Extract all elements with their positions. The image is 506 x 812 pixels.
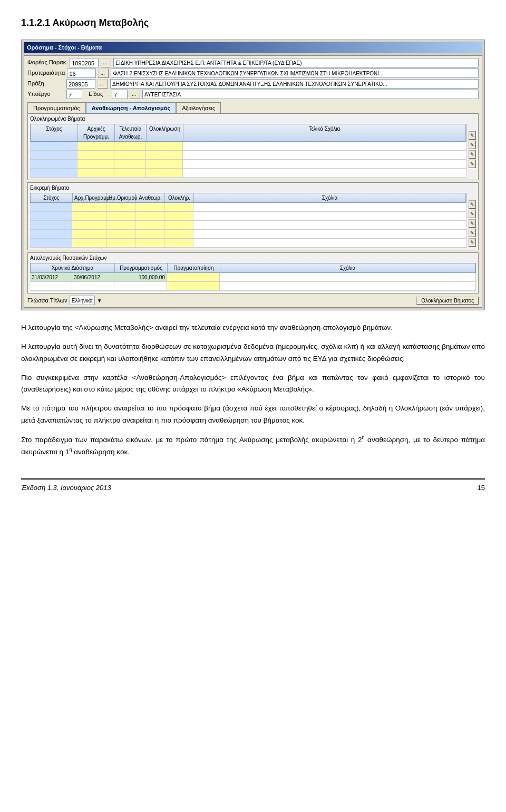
eidos-value: 7 bbox=[112, 90, 128, 99]
s2-row-1 bbox=[30, 203, 466, 212]
paragraph-2: Η λειτουργία αυτή δίνει τη δυνατότητα δι… bbox=[21, 341, 485, 365]
col-olokl: Ολοκλήρωση bbox=[147, 124, 183, 141]
s1-r3-tel bbox=[114, 160, 146, 168]
col-arch: Αρχικές Προγραμμ. bbox=[78, 124, 115, 141]
s1-r4-stohos bbox=[30, 169, 77, 177]
s1-r3-scholia bbox=[183, 160, 466, 168]
prot-btn[interactable]: ... bbox=[98, 69, 109, 78]
s1-r3-olokl bbox=[146, 160, 183, 168]
s2-action-btn-3[interactable]: ✎ bbox=[469, 219, 476, 228]
s2-col-hm: Ημ.Ορισμού bbox=[107, 193, 136, 202]
s3-r1-to: 30/06/2012 bbox=[72, 273, 114, 281]
window-titlebar: Ορόσημα - Στόχοι - Βήματα bbox=[24, 42, 482, 53]
s2-row-4 bbox=[30, 230, 466, 239]
s2-col-arch: Αρχ.Προγραμμ. bbox=[73, 193, 107, 202]
s1-r2-arch bbox=[77, 151, 114, 159]
praxi-value: 209905 bbox=[66, 79, 95, 89]
s1-row-3 bbox=[30, 160, 466, 169]
foreas-label: Φορέας Παρακ. bbox=[27, 58, 67, 67]
paragraph-3: Πιο συγκεκριμένα στην καρτέλα <Αναθεώρησ… bbox=[21, 372, 485, 396]
col-stohos: Στόχος bbox=[31, 124, 78, 141]
s2-action-btn-1[interactable]: ✎ bbox=[469, 200, 476, 209]
section-apologismos-title: Απολογισμός Ποσοτικών Στόχων bbox=[30, 254, 476, 262]
page-footer: Έκδοση 1.3, Ιανουάριος 2013 15 bbox=[21, 478, 485, 493]
footer-edition: Έκδοση 1.3, Ιανουάριος 2013 bbox=[21, 483, 111, 493]
window-body: Φορέας Παρακ. 1090205 ... ΕΙΔΙΚΗ ΥΠΗΡΕΣΙ… bbox=[24, 55, 482, 308]
lang-row: Γλώσσα Τίτλων Ελληνικά ▼ bbox=[27, 296, 102, 305]
s2-col-anab: Αναθεωρ. bbox=[136, 193, 165, 202]
praxi-label: Πράξη bbox=[27, 79, 64, 88]
foreas-value: 1090205 bbox=[70, 58, 99, 67]
s2-col-stohos: Στόχος bbox=[31, 193, 73, 202]
eidos-btn[interactable]: ... bbox=[130, 90, 140, 99]
section2-header: Στόχος Αρχ.Προγραμμ. Ημ.Ορισμού Αναθεωρ.… bbox=[30, 193, 466, 203]
lang-label: Γλώσσα Τίτλων bbox=[27, 296, 67, 305]
prot-row: Προτεραιότητα 16 ... ΦΑΣΗ-2 ΕΝΙΣΧΥΣΗΣ ΕΛ… bbox=[27, 69, 479, 78]
col-scholia: Τελικά Σχόλια bbox=[183, 124, 466, 141]
section-olokliromena-title: Ολοκληρωμένα Βήματα bbox=[30, 115, 476, 123]
praxi-btn[interactable]: ... bbox=[98, 79, 108, 89]
s1-r3-stohos bbox=[30, 160, 77, 168]
praxi-row: Πράξη 209905 ... ΔΗΜΙΟΥΡΓΙΑ ΚΑΙ ΛΕΙΤΟΥΡΓ… bbox=[27, 79, 479, 89]
section-apologismos: Απολογισμός Ποσοτικών Στόχων Χρονικό Διά… bbox=[27, 252, 479, 294]
section-heading: 1.1.2.1 Ακύρωση Μεταβολής bbox=[21, 16, 485, 30]
s3-row-1: 31/03/2012 30/06/2012 100,000.00 bbox=[30, 273, 476, 282]
section-ekkremi-title: Εκκρεμή Βήματα bbox=[30, 184, 476, 192]
tab-programmatismos[interactable]: Προγραμματισμός bbox=[27, 102, 86, 114]
lang-dropdown[interactable]: Ελληνικά bbox=[70, 296, 95, 305]
s1-r1-stohos bbox=[30, 142, 77, 150]
s2-row-5 bbox=[30, 239, 466, 248]
screenshot-box: Ορόσημα - Στόχοι - Βήματα Φορέας Παρακ. … bbox=[21, 40, 485, 310]
foreas-text: ΕΙΔΙΚΗ ΥΠΗΡΕΣΙΑ ΔΙΑΧΕΙΡΙΣΗΣ Ε.Π. ΑΝΤΑΓΤΗ… bbox=[113, 58, 479, 67]
s1-action-btn-3[interactable]: ✎ bbox=[469, 150, 476, 159]
prot-value: 16 bbox=[67, 69, 96, 78]
s1-action-btn-4[interactable]: ✎ bbox=[469, 160, 476, 168]
eidos-label: Είδος bbox=[89, 90, 110, 99]
tab-anathewrisi[interactable]: Αναθεώρηση - Απολογισμός bbox=[86, 102, 176, 114]
s1-r1-olokl bbox=[146, 142, 183, 150]
col-teleft: Τελευταία Αναθεωρ. bbox=[115, 124, 147, 141]
footer-page-number: 15 bbox=[478, 483, 485, 493]
window-footer: Γλώσσα Τίτλων Ελληνικά ▼ Ολοκλήρωση Βήμα… bbox=[27, 296, 479, 305]
s1-r1-tel bbox=[114, 142, 146, 150]
s3-r2-from bbox=[30, 282, 72, 290]
praxi-text: ΔΗΜΙΟΥΡΓΙΑ ΚΑΙ ΛΕΙΤΟΥΡΓΙΑ ΣΥΣΤΟΙΧΙΑΣ ΔΟΜ… bbox=[110, 79, 479, 89]
s1-row-4 bbox=[30, 169, 466, 178]
s3-r2-prog bbox=[114, 282, 167, 290]
foreas-btn[interactable]: ... bbox=[101, 58, 111, 67]
s3-r1-scholia bbox=[220, 273, 476, 281]
s3-r2-scholia bbox=[220, 282, 476, 290]
paragraph-5: Στο παράδειγμα των παρακάτω εικόνων, με … bbox=[21, 434, 485, 458]
ypoy-row: Υποέργο 7 Είδος 7 ... ΑΥΤΕΠΙΣΤΑΣΙΑ bbox=[27, 90, 479, 99]
s1-r4-tel bbox=[114, 169, 146, 177]
s2-row-2 bbox=[30, 212, 466, 221]
prot-text: ΦΑΣΗ-2 ΕΝΙΣΧΥΣΗΣ ΕΛΛΗΝΙΚΩΝ ΤΕΧΝΟΛΟΓΙΚΩΝ … bbox=[111, 69, 479, 78]
s3-row-2 bbox=[30, 282, 476, 291]
ypoy-value: 7 bbox=[66, 90, 82, 99]
s1-r1-arch bbox=[77, 142, 114, 150]
s1-r3-arch bbox=[77, 160, 114, 168]
s1-r2-stohos bbox=[30, 151, 77, 159]
s2-col-scholia: Σχόλια bbox=[194, 193, 466, 202]
s2-action-btn-4[interactable]: ✎ bbox=[469, 229, 476, 237]
tabs-row: Προγραμματισμός Αναθεώρηση - Απολογισμός… bbox=[27, 102, 479, 114]
s2-row-3 bbox=[30, 221, 466, 230]
s1-r1-scholia bbox=[183, 142, 466, 150]
s2-action-btn-5[interactable]: ✎ bbox=[469, 238, 476, 247]
s3-r2-pragma bbox=[167, 282, 220, 290]
s1-r2-olokl bbox=[146, 151, 183, 159]
s1-r2-scholia bbox=[183, 151, 466, 159]
paragraph-4: Με το πάτημα του πλήκτρου αναιρείται το … bbox=[21, 403, 485, 426]
foreas-row: Φορέας Παρακ. 1090205 ... ΕΙΔΙΚΗ ΥΠΗΡΕΣΙ… bbox=[27, 58, 479, 67]
oloklirosi-btn[interactable]: Ολοκλήρωση Βήματος bbox=[416, 297, 479, 305]
tab-axiologiseis[interactable]: Αξιολογήσεις bbox=[176, 102, 221, 114]
s3-r2-to bbox=[72, 282, 114, 290]
s1-r4-arch bbox=[77, 169, 114, 177]
s1-action-btn-1[interactable]: ✎ bbox=[469, 131, 476, 140]
ypoy-label: Υποέργο bbox=[27, 90, 64, 99]
s1-r4-scholia bbox=[183, 169, 466, 177]
s1-action-btn-2[interactable]: ✎ bbox=[469, 141, 476, 149]
s2-action-btn-2[interactable]: ✎ bbox=[469, 210, 476, 218]
s3-col-scholia: Σχόλια bbox=[220, 263, 475, 272]
section-olokliromena: Ολοκληρωμένα Βήματα Στόχος Αρχικές Προγρ… bbox=[27, 113, 479, 180]
